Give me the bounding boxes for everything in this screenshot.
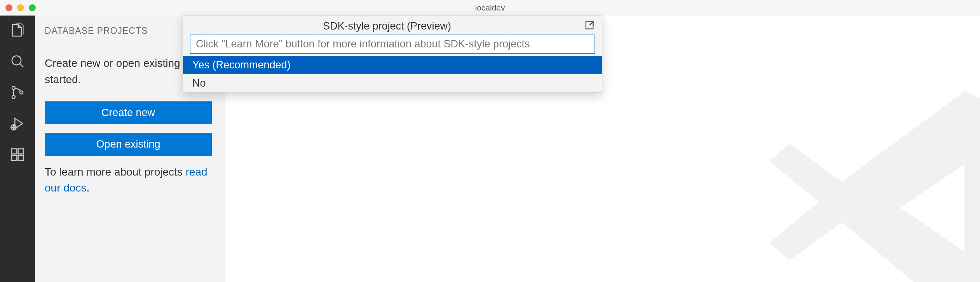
quick-pick-option-yes[interactable]: Yes (Recommended): [183, 56, 602, 74]
svg-line-1: [20, 64, 23, 67]
svg-point-3: [12, 96, 15, 99]
window-controls: [5, 4, 36, 11]
maximize-window-button[interactable]: [29, 4, 36, 11]
close-window-button[interactable]: [5, 4, 12, 11]
quick-pick: SDK-style project (Preview) Yes (Recomme…: [183, 16, 602, 93]
quick-pick-input-wrap: [183, 35, 602, 56]
svg-rect-9: [12, 149, 17, 154]
learn-more-text: To learn more about projects read our do…: [45, 164, 215, 196]
svg-point-4: [20, 91, 23, 94]
svg-rect-10: [12, 155, 17, 160]
titlebar: localdev: [0, 0, 980, 16]
quick-pick-input[interactable]: [190, 35, 595, 54]
svg-point-2: [12, 86, 15, 89]
svg-point-0: [12, 56, 21, 65]
svg-rect-11: [18, 155, 23, 160]
extensions-icon[interactable]: [9, 146, 26, 163]
open-existing-button[interactable]: Open existing: [45, 133, 212, 156]
run-debug-icon[interactable]: [9, 115, 26, 132]
create-new-button[interactable]: Create new: [45, 101, 212, 124]
vscode-watermark-icon: [755, 62, 980, 282]
expand-icon[interactable]: [584, 20, 595, 32]
minimize-window-button[interactable]: [17, 4, 24, 11]
learn-more-prefix: To learn more about projects: [45, 166, 186, 178]
window-title: localdev: [475, 3, 505, 12]
quick-pick-header: SDK-style project (Preview): [183, 16, 602, 35]
search-icon[interactable]: [9, 53, 26, 70]
activity-bar: [0, 16, 35, 282]
svg-rect-12: [18, 149, 23, 154]
sidebar-title: DATABASE PROJECTS: [45, 26, 184, 36]
learn-more-suffix: .: [86, 182, 89, 194]
quick-pick-list: Yes (Recommended) No: [183, 56, 602, 92]
quick-pick-title: SDK-style project (Preview): [190, 20, 584, 32]
source-control-icon[interactable]: [9, 84, 26, 101]
quick-pick-option-no[interactable]: No: [183, 74, 602, 92]
explorer-icon[interactable]: [9, 22, 26, 39]
